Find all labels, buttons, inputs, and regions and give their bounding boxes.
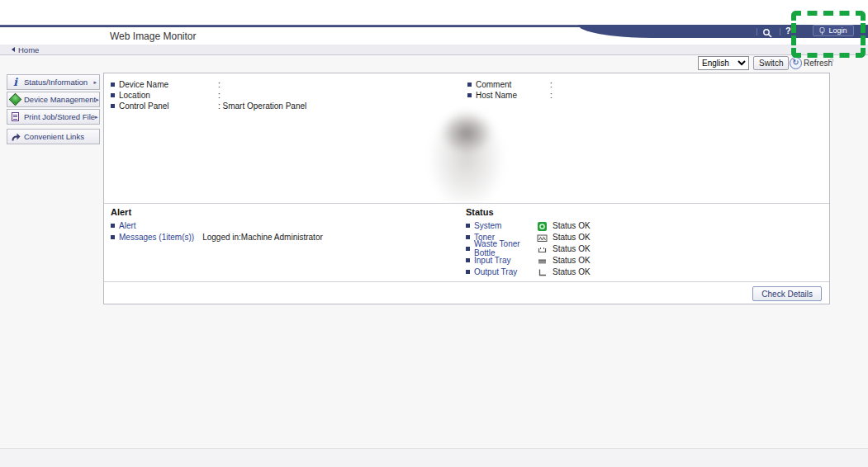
status-row-output-tray: Output Tray Status OK bbox=[466, 266, 730, 277]
device-photo-blurred bbox=[416, 106, 517, 201]
language-select[interactable]: English bbox=[698, 56, 749, 70]
output-tray-icon bbox=[537, 267, 548, 277]
panel-divider bbox=[104, 281, 829, 282]
breadcrumb-home[interactable]: Home bbox=[18, 45, 39, 54]
square-bullet-icon bbox=[111, 104, 115, 108]
waste-toner-bottle-icon bbox=[537, 243, 548, 254]
square-bullet-icon bbox=[466, 270, 470, 274]
alert-section: Alert Alert Messages (1item(s)) Logged i… bbox=[111, 207, 323, 243]
navbar-separator bbox=[757, 28, 757, 35]
chevron-right-icon: ▸ bbox=[93, 79, 97, 86]
sidebar-item-status-information[interactable]: i Status/Information ▸ bbox=[7, 74, 100, 90]
control-panel-row: Control Panel : Smart Operation Panel bbox=[111, 101, 306, 111]
system-ok-icon bbox=[537, 220, 548, 231]
comment-row: Comment : bbox=[467, 79, 553, 90]
square-bullet-icon bbox=[111, 224, 115, 228]
document-icon bbox=[10, 111, 21, 122]
square-bullet-icon bbox=[466, 224, 470, 228]
host-name-row: Host Name : bbox=[467, 90, 553, 101]
link-arrow-icon bbox=[10, 131, 21, 142]
switch-button[interactable]: Switch bbox=[753, 56, 789, 70]
location-row: Location : bbox=[111, 90, 306, 101]
refresh-icon[interactable]: ↻ bbox=[790, 57, 802, 69]
messages-row: Messages (1item(s)) Logged in:Machine Ad… bbox=[111, 231, 323, 243]
status-title: Status bbox=[466, 207, 730, 217]
alert-title: Alert bbox=[111, 207, 323, 217]
obscured-icon: ? bbox=[829, 58, 834, 67]
messages-link[interactable]: Messages (1item(s)) bbox=[119, 233, 194, 242]
device-info-left: Device Name : Location : Control Panel :… bbox=[111, 79, 306, 111]
square-bullet-icon bbox=[467, 93, 472, 97]
login-label: Login bbox=[828, 26, 847, 35]
footer-bar bbox=[0, 448, 868, 467]
status-section: Status System Status OK Toner Status OK … bbox=[466, 207, 730, 277]
chevron-right-icon: ▸ bbox=[95, 114, 98, 120]
device-info-right: Comment : Host Name : bbox=[467, 79, 553, 101]
chevron-right-icon: ▸ bbox=[96, 97, 99, 103]
status-row-system: System Status OK bbox=[466, 219, 730, 231]
sidebar: i Status/Information ▸ Device Management… bbox=[7, 74, 100, 146]
diamond-icon bbox=[10, 94, 21, 105]
help-icon[interactable]: ? bbox=[785, 26, 791, 35]
page-title: Web Image Monitor bbox=[110, 31, 197, 42]
sidebar-item-convenient-links[interactable]: Convenient Links bbox=[7, 129, 100, 144]
alert-row: Alert bbox=[111, 219, 323, 231]
sidebar-item-print-job-stored-file[interactable]: Print Job/Stored File ▸ bbox=[7, 109, 100, 125]
square-bullet-icon bbox=[111, 93, 115, 97]
square-bullet-icon bbox=[111, 83, 115, 87]
device-name-row: Device Name : bbox=[111, 79, 306, 90]
key-icon bbox=[819, 27, 825, 35]
square-bullet-icon bbox=[111, 235, 115, 239]
info-icon: i bbox=[10, 77, 21, 87]
toner-icon bbox=[537, 232, 548, 243]
input-tray-icon bbox=[537, 255, 548, 266]
input-tray-link[interactable]: Input Tray bbox=[474, 256, 510, 265]
output-tray-link[interactable]: Output Tray bbox=[474, 267, 517, 276]
square-bullet-icon bbox=[466, 247, 470, 251]
square-bullet-icon bbox=[466, 235, 470, 239]
main-panel: Device Name : Location : Control Panel :… bbox=[103, 73, 830, 304]
breadcrumb: Home bbox=[0, 45, 868, 55]
square-bullet-icon bbox=[467, 83, 472, 87]
navbar-separator bbox=[780, 28, 780, 35]
back-arrow-icon bbox=[12, 47, 15, 52]
sidebar-item-device-management[interactable]: Device Management ▸ bbox=[7, 92, 100, 107]
check-details-button[interactable]: Check Details bbox=[752, 286, 822, 301]
system-link[interactable]: System bbox=[474, 221, 501, 230]
panel-divider bbox=[104, 203, 829, 204]
square-bullet-icon bbox=[466, 258, 470, 262]
login-button[interactable]: Login bbox=[813, 25, 854, 36]
alert-link[interactable]: Alert bbox=[119, 221, 136, 230]
status-row-waste-toner: Waste Toner Bottle Status OK bbox=[466, 243, 730, 254]
logged-in-text: Logged in:Machine Administrator bbox=[202, 233, 323, 242]
refresh-link[interactable]: Refresh bbox=[804, 59, 832, 68]
search-icon[interactable] bbox=[762, 26, 772, 36]
status-row-input-tray: Input Tray Status OK bbox=[466, 254, 730, 266]
